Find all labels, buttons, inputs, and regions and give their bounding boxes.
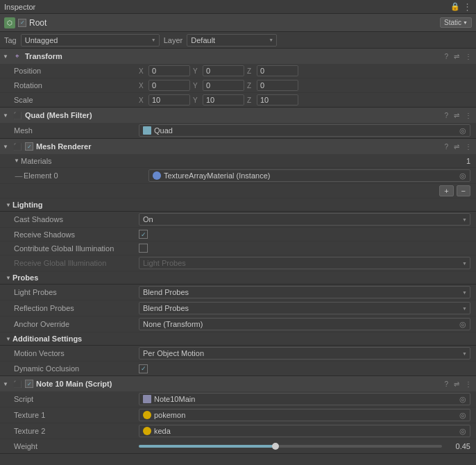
note-script-icon: ⬛	[12, 379, 22, 389]
note-script-settings-icon[interactable]: ⇌	[452, 380, 461, 389]
light-probes-select[interactable]: Blend Probes	[139, 286, 470, 298]
mesh-renderer-settings-icon[interactable]: ⇌	[452, 142, 461, 151]
dynamic-occlusion-checkbox[interactable]	[139, 364, 148, 373]
scale-y-axis: Y	[193, 96, 201, 104]
rotation-z-input[interactable]	[257, 80, 298, 91]
menu-icon[interactable]: ⋮	[463, 1, 472, 12]
mesh-filter-menu-icon[interactable]: ⋮	[464, 111, 473, 120]
mesh-renderer-menu-icon[interactable]: ⋮	[464, 142, 473, 151]
mesh-filter-header[interactable]: ▼ ⬛ Quad (Mesh Filter) ? ⇌ ⋮	[0, 108, 476, 123]
materials-remove-button[interactable]: −	[457, 185, 470, 196]
scale-label: Scale	[14, 96, 139, 104]
materials-add-button[interactable]: +	[439, 185, 453, 196]
anchor-override-target-button[interactable]: ◎	[459, 320, 466, 329]
receive-shadows-row: Receive Shadows	[0, 228, 476, 242]
texture2-label: Texture 2	[14, 427, 139, 435]
transform-settings-icon[interactable]: ⇌	[452, 52, 461, 61]
materials-add-remove-row: + −	[0, 184, 476, 198]
layer-dropdown[interactable]: Default	[187, 34, 277, 46]
mesh-filter-fold-arrow: ▼	[3, 112, 10, 119]
position-x-input[interactable]	[148, 65, 190, 76]
texture2-target-button[interactable]: ◎	[459, 427, 466, 436]
material-target-button[interactable]: ◎	[459, 171, 466, 180]
weight-slider-track[interactable]	[139, 445, 442, 448]
note-script-header[interactable]: ▼ ⬛ Note 10 Main (Script) ? ⇌ ⋮	[0, 376, 476, 391]
motion-vectors-select[interactable]: Per Object Motion	[139, 347, 470, 360]
texture1-target-button[interactable]: ◎	[459, 411, 466, 420]
static-button[interactable]: Static ▼	[440, 17, 472, 28]
rotation-x-axis: X	[139, 82, 147, 90]
note-script-checkbox[interactable]	[25, 380, 33, 388]
lock-icon[interactable]: 🔒	[450, 2, 460, 11]
rotation-row: Rotation X Y Z	[0, 78, 476, 93]
mesh-field[interactable]: Quad ◎	[139, 124, 470, 137]
transform-header[interactable]: ▼ ⌖ Transform ? ⇌ ⋮	[0, 49, 476, 64]
contribute-gi-row: Contribute Global Illumination	[0, 242, 476, 255]
script-field[interactable]: Note10Main ◎	[139, 393, 470, 405]
contribute-gi-label: Contribute Global Illumination	[14, 244, 139, 253]
gameobject-active-checkbox[interactable]	[18, 19, 26, 27]
reflection-probes-select[interactable]: Blend Probes	[139, 302, 470, 314]
position-z-input[interactable]	[257, 65, 298, 76]
additional-settings-title: Additional Settings	[12, 335, 82, 343]
receive-shadows-checkbox[interactable]	[139, 230, 148, 239]
element0-field[interactable]: TextureArrayMaterial (Instance) ◎	[148, 169, 470, 182]
position-y-input[interactable]	[203, 65, 244, 76]
element0-label: Element 0	[24, 171, 148, 180]
rotation-y-input[interactable]	[203, 80, 244, 91]
additional-settings-fold-arrow: ▼	[6, 336, 12, 342]
note-script-title: Note 10 Main (Script)	[36, 380, 440, 388]
lighting-fold-arrow: ▼	[6, 202, 12, 208]
gameobject-icon: ⬡	[4, 17, 15, 28]
mesh-filter-help-icon[interactable]: ?	[443, 111, 450, 120]
contribute-gi-checkbox[interactable]	[139, 244, 148, 253]
probes-header[interactable]: ▼ Probes	[0, 271, 476, 285]
transform-help-icon[interactable]: ?	[443, 52, 450, 61]
static-dropdown-arrow: ▼	[463, 20, 468, 25]
weight-slider-thumb[interactable]	[272, 443, 279, 450]
reflection-probes-row: Reflection Probes Blend Probes	[0, 301, 476, 316]
cast-shadows-select[interactable]: On	[139, 213, 470, 226]
tag-dropdown[interactable]: Untagged	[21, 34, 160, 46]
rotation-x-input[interactable]	[148, 80, 190, 91]
lighting-header[interactable]: ▼ Lighting	[0, 198, 476, 212]
note-script-fold-arrow: ▼	[3, 381, 10, 387]
scale-y-input[interactable]	[203, 94, 244, 105]
scale-z-input[interactable]	[257, 94, 298, 105]
note-script-menu-icon[interactable]: ⋮	[464, 380, 473, 389]
mesh-filter-settings-icon[interactable]: ⇌	[452, 111, 461, 120]
scale-x-input[interactable]	[148, 94, 190, 105]
position-label: Position	[14, 67, 139, 75]
transform-menu-icon[interactable]: ⋮	[464, 52, 473, 61]
script-label: Script	[14, 395, 139, 403]
cast-shadows-row: Cast Shadows On	[0, 212, 476, 228]
note-script-help-icon[interactable]: ?	[443, 380, 450, 389]
mesh-renderer-icon: ⬛	[12, 142, 22, 151]
mesh-row: Mesh Quad ◎	[0, 123, 476, 138]
anchor-override-row: Anchor Override None (Transform) ◎	[0, 316, 476, 332]
texture2-field[interactable]: keda ◎	[139, 425, 470, 437]
transform-title: Transform	[25, 52, 440, 60]
position-xyz: X Y Z	[139, 65, 470, 76]
texture1-icon	[143, 411, 151, 419]
probes-title: Probes	[12, 273, 38, 282]
probes-fold-arrow: ▼	[6, 275, 12, 281]
receive-gi-select[interactable]: Light Probes	[139, 257, 470, 269]
note-script-section: ▼ ⬛ Note 10 Main (Script) ? ⇌ ⋮ Script N…	[0, 376, 476, 454]
gameobject-name[interactable]: Root	[29, 18, 437, 28]
script-target-button[interactable]: ◎	[459, 395, 466, 404]
additional-settings-header[interactable]: ▼ Additional Settings	[0, 332, 476, 346]
anchor-override-field[interactable]: None (Transform) ◎	[139, 318, 470, 330]
mesh-renderer-header[interactable]: ▼ ⬛ Mesh Renderer ? ⇌ ⋮	[0, 139, 476, 154]
mesh-renderer-help-icon[interactable]: ?	[443, 142, 450, 151]
element0-row: — Element 0 TextureArrayMaterial (Instan…	[0, 168, 476, 184]
texture1-field[interactable]: pokemon ◎	[139, 409, 470, 421]
light-probes-row: Light Probes Blend Probes	[0, 285, 476, 301]
materials-row: ▼ Materials 1	[0, 154, 476, 168]
mesh-target-button[interactable]: ◎	[459, 126, 466, 135]
object-header: ⬡ Root Static ▼	[0, 14, 476, 32]
motion-vectors-label: Motion Vectors	[14, 349, 139, 357]
mesh-renderer-checkbox[interactable]	[25, 142, 33, 151]
mesh-renderer-title: Mesh Renderer	[36, 142, 440, 151]
cast-shadows-label: Cast Shadows	[14, 215, 139, 223]
